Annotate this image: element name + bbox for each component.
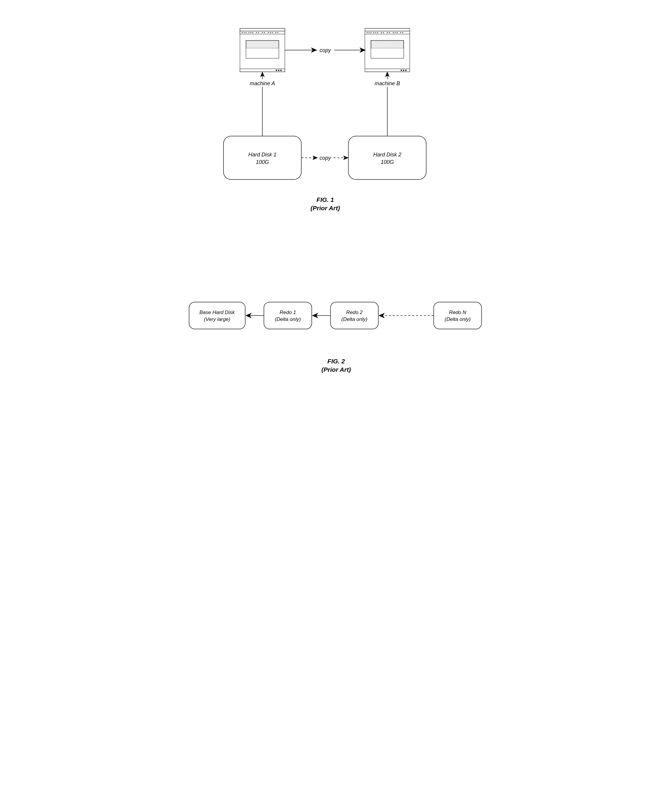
svg-rect-27: [278, 70, 279, 71]
svg-point-18: [268, 32, 269, 33]
figure-1: copy machine A machine B Hard Disk 1 100…: [224, 29, 426, 211]
svg-rect-28: [280, 70, 282, 71]
svg-point-45: [400, 32, 401, 33]
svg-rect-26: [276, 70, 277, 71]
svg-point-38: [381, 32, 382, 33]
fig1-caption-2: (Prior Art): [310, 204, 339, 211]
redo-2: [330, 302, 378, 329]
machine-a-icon: [240, 29, 285, 72]
svg-point-8: [242, 32, 243, 33]
svg-point-9: [243, 32, 245, 33]
svg-rect-30: [365, 29, 410, 31]
copy-label-mid: copy: [319, 155, 331, 161]
svg-point-43: [395, 32, 395, 33]
hard-disk-1: [224, 136, 301, 179]
svg-point-16: [262, 32, 263, 33]
svg-point-12: [250, 32, 251, 33]
svg-point-20: [272, 32, 272, 33]
base-hard-disk: [189, 302, 245, 329]
figure-2: Base Hard Disk (Very large) Redo 1 (Delt…: [189, 302, 482, 373]
disk2-line1: Hard Disk 2: [373, 152, 401, 158]
box3-l2: (Delta only): [341, 316, 367, 322]
hard-disk-2: [348, 136, 426, 179]
svg-point-44: [397, 32, 398, 33]
svg-point-40: [387, 32, 388, 33]
disk1-line2: 100G: [256, 159, 269, 165]
fig1-caption-1: FIG. 1: [316, 196, 334, 203]
svg-point-21: [275, 32, 276, 33]
svg-point-34: [370, 32, 371, 33]
svg-rect-6: [240, 29, 285, 31]
box1-l1: Base Hard Disk: [199, 310, 235, 315]
svg-rect-51: [403, 70, 404, 71]
redo-n: [434, 302, 482, 329]
diagram-root: copy machine A machine B Hard Disk 1 100…: [168, 12, 504, 408]
svg-point-35: [373, 32, 374, 33]
machine-b-icon: [365, 29, 410, 72]
machine-a-label: machine A: [250, 80, 275, 86]
svg-point-19: [270, 32, 271, 33]
svg-point-42: [393, 32, 394, 33]
disk2-line2: 100G: [381, 159, 394, 165]
svg-point-32: [366, 32, 367, 33]
box3-l1: Redo 2: [346, 310, 363, 315]
box1-l2: (Very large): [204, 316, 230, 322]
fig2-caption-1: FIG. 2: [327, 358, 345, 365]
svg-point-41: [389, 32, 390, 33]
svg-point-10: [246, 32, 246, 33]
svg-point-22: [277, 32, 278, 33]
svg-rect-48: [371, 41, 403, 48]
disk1-line1: Hard Disk 1: [248, 152, 276, 158]
svg-point-17: [264, 32, 265, 33]
svg-point-39: [383, 32, 384, 33]
copy-label-top: copy: [319, 47, 331, 53]
svg-point-37: [377, 32, 378, 33]
svg-point-36: [375, 32, 376, 33]
svg-point-46: [402, 32, 403, 33]
svg-rect-24: [246, 41, 278, 48]
svg-point-11: [248, 32, 249, 33]
svg-point-13: [252, 32, 253, 33]
box2-l1: Redo 1: [280, 310, 296, 315]
svg-rect-50: [401, 70, 402, 71]
box2-l2: (Delta only): [275, 316, 301, 322]
svg-point-14: [256, 32, 257, 33]
svg-point-15: [258, 32, 259, 33]
svg-point-33: [369, 32, 370, 33]
box4-l2: (Delta only): [445, 316, 470, 322]
machine-b-label: machine B: [374, 80, 400, 86]
redo-1: [264, 302, 312, 329]
box4-l1: Redo N: [449, 310, 466, 315]
svg-rect-52: [405, 70, 406, 71]
fig2-caption-2: (Prior Art): [322, 366, 350, 373]
